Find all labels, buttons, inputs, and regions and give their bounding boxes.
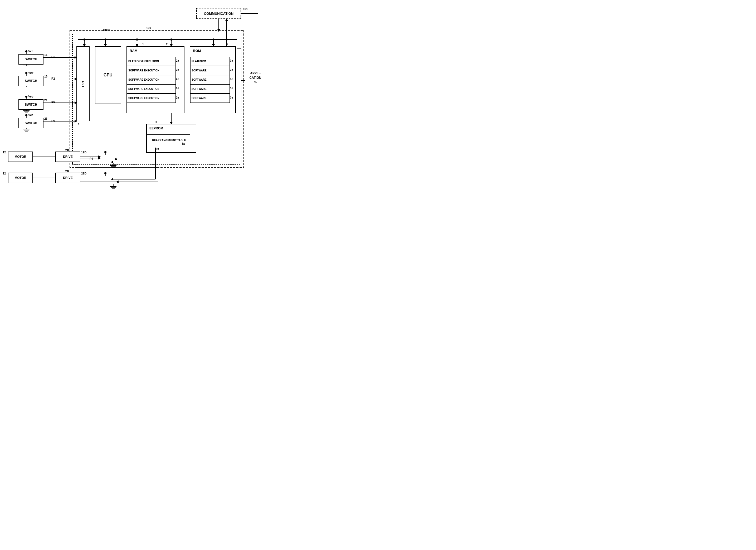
switch3-vcc: Vcc [28, 95, 33, 98]
diagram: COMMUNICATION 101 100 100m I/O 4 CPU RAM… [0, 0, 264, 192]
drive2-label: DRIVE [63, 176, 73, 180]
sw-exec-2b-label: SOFTWARE EXECUTION [128, 69, 159, 72]
ref-3a: 3a [230, 59, 233, 62]
switch2-vcc: Vcc [28, 71, 33, 74]
software-3b-box: SOFTWARE [190, 66, 230, 75]
communication-label: COMMUNICATION [204, 12, 233, 16]
sw-exec-2c-box: SOFTWARE EXECUTION [127, 75, 176, 84]
sw-exec-2b-box: SOFTWARE EXECUTION [127, 66, 176, 75]
switch2-box: SWITCH [18, 76, 43, 86]
p1-label: P1 [51, 55, 55, 59]
drive1-box: DRIVE [55, 152, 80, 162]
p3-label: P3 [155, 148, 159, 151]
software-3d-box: SOFTWARE [190, 84, 230, 94]
svg-point-51 [25, 72, 27, 74]
svg-marker-93 [98, 155, 101, 158]
rom-ref-label: 3 [226, 43, 228, 46]
svg-point-20 [83, 38, 85, 41]
ref-2d: 2d [176, 87, 179, 90]
svg-marker-37 [115, 157, 117, 160]
switch1-label: SWITCH [25, 57, 37, 61]
ref-2a: 2a [176, 59, 179, 62]
drive1-vb: VB [65, 148, 69, 151]
software-3e-box: SOFTWARE [190, 94, 230, 103]
svg-point-45 [25, 50, 27, 52]
io-ref-label: 4 [78, 122, 79, 125]
ram-num-ref: 2 [166, 43, 168, 46]
motor1-label: MOTOR [14, 155, 26, 159]
switch4-ref: 23 [44, 117, 47, 120]
eeprom-ref-label: 5 [155, 121, 157, 124]
svg-point-75 [104, 172, 106, 174]
p2-label: P2 [51, 77, 55, 80]
ref-2e: 2e [176, 96, 179, 99]
svg-point-69 [104, 151, 106, 153]
svg-point-22 [136, 38, 138, 41]
drive2-vb: VB [65, 169, 69, 172]
ref-2c: 2c [176, 78, 179, 81]
switch1-vcc: Vcc [28, 50, 33, 53]
rom-label: ROM [193, 49, 201, 53]
cpu-label: CPU [104, 73, 113, 77]
switch4-vcc: Vcc [28, 113, 33, 116]
software-3d-label: SOFTWARE [192, 87, 207, 90]
ref-2b: 2b [176, 69, 179, 71]
communication-box: COMMUNICATION [196, 8, 241, 19]
svg-marker-41 [116, 181, 119, 183]
svg-point-24 [212, 38, 214, 41]
motor2-label: MOTOR [14, 176, 26, 180]
sw-exec-2c-label: SOFTWARE EXECUTION [128, 78, 159, 81]
svg-marker-18 [217, 29, 220, 32]
ram-label: RAM [130, 49, 138, 53]
drive1-ref: 12D [81, 151, 86, 154]
svg-point-23 [170, 38, 172, 41]
rearr-table-label: REARRANGEMENT TABLE [152, 139, 186, 142]
switch3-box: SWITCH [18, 99, 43, 110]
comm-ref-label: 101 [243, 7, 248, 11]
svg-point-63 [25, 114, 27, 116]
main-board-ref-label: 100 [146, 26, 151, 30]
sw-exec-2d-box: SOFTWARE EXECUTION [127, 84, 176, 94]
ref-3e: 3e [230, 96, 233, 99]
switch2-label: SWITCH [25, 79, 37, 83]
sw-exec-2d-label: SOFTWARE EXECUTION [128, 87, 159, 90]
switch3-label: SWITCH [25, 103, 37, 106]
p5-label: P5 [51, 101, 55, 104]
motor1-ref: 12 [3, 151, 6, 154]
sw-exec-2e-label: SOFTWARE EXECUTION [128, 97, 159, 100]
io-box: I/O [76, 46, 90, 121]
software-3c-label: SOFTWARE [192, 78, 207, 81]
software-3e-label: SOFTWARE [192, 97, 207, 100]
switch2-ref: 13 [44, 75, 47, 78]
platform-3a-box: PLATFORM [190, 57, 230, 66]
drive1-label: DRIVE [63, 155, 73, 159]
ref-3b: 3b [230, 69, 233, 71]
switch4-box: SWITCH [18, 118, 43, 128]
svg-marker-99 [111, 178, 113, 181]
platform-3a-label: PLATFORM [192, 60, 206, 63]
svg-point-25 [226, 38, 228, 41]
drive2-box: DRIVE [55, 173, 80, 183]
io-label: I/O [81, 80, 85, 87]
motor1-box: MOTOR [8, 152, 33, 162]
main-board-ref2-label: 100m [103, 28, 110, 32]
svg-marker-44 [98, 157, 101, 159]
switch1-ref: 11 [44, 53, 47, 56]
switch4-label: SWITCH [25, 121, 37, 125]
platform-exec-box: PLATFORM EXECUTION [127, 57, 176, 66]
p6-label: P6 [51, 119, 55, 122]
application-label: APPLI-CATION 3k [247, 71, 264, 84]
motor2-box: MOTOR [8, 173, 33, 183]
cpu-box: CPU [95, 46, 121, 104]
eeprom-label: EEPROM [149, 126, 163, 130]
svg-point-21 [104, 38, 106, 41]
sw-exec-2e-box: SOFTWARE EXECUTION [127, 94, 176, 103]
platform-exec-label: PLATFORM EXECUTION [128, 60, 159, 63]
software-3b-label: SOFTWARE [192, 69, 207, 72]
svg-point-57 [25, 96, 27, 98]
rearr-ref-label: 5a [182, 142, 185, 145]
software-3c-box: SOFTWARE [190, 75, 230, 84]
motor2-ref: 22 [3, 172, 6, 175]
drive2-ref: 22D [81, 172, 86, 175]
ref-3c: 3c [230, 78, 233, 81]
